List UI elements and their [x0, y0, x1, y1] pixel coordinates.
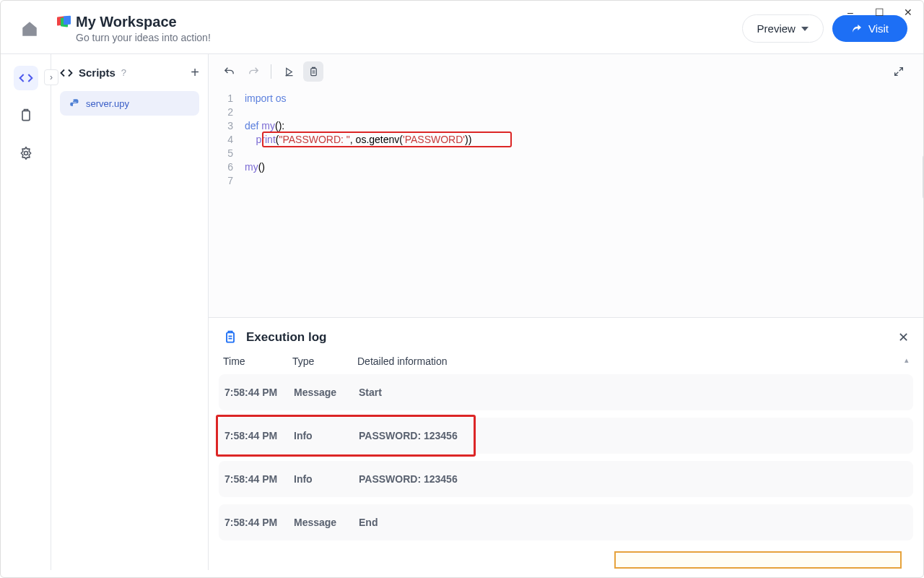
preview-button[interactable]: Preview [742, 14, 824, 43]
log-row: 7:58:44 PM Message End [219, 504, 913, 540]
close-window-icon[interactable]: ✕ [897, 4, 919, 21]
execution-log-panel: Execution log ✕ Time Type Detailed infor… [209, 317, 923, 570]
scripts-title: Scripts [79, 66, 116, 79]
window-controls: – ☐ ✕ [840, 4, 919, 21]
script-file-item[interactable]: server.upy [60, 91, 199, 116]
code-editor[interactable]: 1234567 import os def my(): print("PASSW… [209, 89, 923, 317]
scripts-panel: Scripts ? + server.upy [51, 54, 209, 570]
svg-point-1 [24, 152, 27, 155]
expand-button[interactable] [889, 61, 909, 82]
rail-collapse-toggle[interactable]: › [44, 69, 58, 85]
home-button[interactable] [17, 20, 43, 38]
annotation-box [614, 551, 902, 569]
execution-log-title: Execution log [246, 330, 326, 345]
svg-rect-5 [227, 332, 234, 342]
log-row: 7:58:44 PM Message Start [219, 374, 913, 410]
workspace-icon [56, 15, 70, 30]
logs-button[interactable] [303, 61, 323, 82]
code-lines: import os def my(): print("PASSWORD: ", … [245, 92, 923, 317]
svg-rect-0 [22, 111, 30, 120]
file-name: server.upy [86, 98, 129, 109]
clipboard-icon [223, 330, 237, 345]
left-rail: › [1, 54, 51, 570]
visit-label: Visit [868, 22, 889, 35]
python-icon [69, 98, 80, 109]
svg-point-2 [73, 100, 74, 100]
editor-toolbar [209, 54, 923, 89]
rail-clipboard-button[interactable] [14, 103, 38, 128]
maximize-icon[interactable]: ☐ [868, 4, 890, 21]
preview-label: Preview [757, 22, 796, 35]
log-row: 7:58:44 PM Info PASSWORD: 123456 [219, 461, 913, 497]
rail-settings-button[interactable] [14, 141, 38, 165]
redo-button[interactable] [243, 61, 263, 82]
help-icon[interactable]: ? [121, 67, 126, 78]
chevron-down-icon [801, 27, 808, 31]
close-panel-button[interactable]: ✕ [898, 329, 909, 345]
log-row: 7:58:44 PM Info PASSWORD: 123456 [219, 418, 913, 454]
add-script-button[interactable]: + [191, 64, 199, 81]
workspace-title: My Workspace [76, 14, 177, 30]
col-type: Type [292, 355, 357, 367]
undo-button[interactable] [219, 61, 239, 82]
log-rows: 7:58:44 PM Message Start 7:58:44 PM Info… [209, 374, 923, 555]
toolbar-separator [271, 64, 271, 79]
run-button[interactable] [279, 61, 299, 82]
workspace-info: My Workspace Go turn your ideas into act… [56, 14, 742, 43]
col-info: Detailed information [357, 355, 894, 367]
workspace-subtitle: Go turn your ideas into action! [76, 32, 742, 43]
sort-icon[interactable]: ▴ [894, 355, 909, 367]
line-gutter: 1234567 [209, 92, 245, 317]
editor-pane: 1234567 import os def my(): print("PASSW… [209, 54, 923, 570]
col-time: Time [223, 355, 292, 367]
rail-code-button[interactable] [14, 66, 38, 90]
code-icon [60, 66, 73, 79]
log-table-header: Time Type Detailed information ▴ [209, 355, 923, 374]
share-arrow-icon [851, 23, 863, 35]
minimize-icon[interactable]: – [840, 4, 861, 21]
app-header: My Workspace Go turn your ideas into act… [1, 1, 923, 54]
svg-rect-4 [310, 68, 316, 75]
